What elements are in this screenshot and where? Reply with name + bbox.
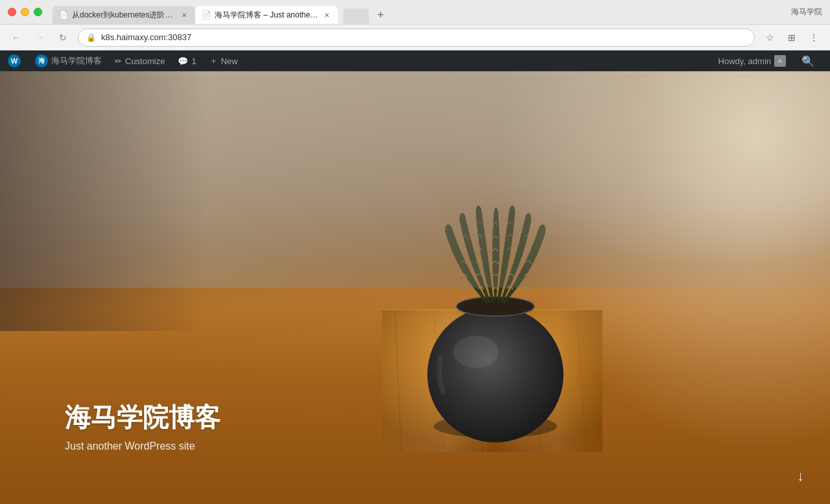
wp-site-icon: 海 [35,54,48,67]
minimize-button[interactable] [21,8,29,16]
wp-customize-label: Customize [125,56,165,66]
bookmark-button[interactable]: ☆ [761,29,778,46]
tab1-favicon: 📄 [59,10,68,19]
tab-placeholder [343,8,369,24]
wp-admin-bar-left: W 海 海马学院博客 ✏ Customize 💬 1 ＋ New [0,51,712,71]
title-bar: 📄 从docker到kubernetes进阶课... ✕ 📄 海马学院博客 – … [0,0,830,25]
browser-tab-2[interactable]: 📄 海马学院博客 – Just another W... ✕ [195,6,338,24]
plant-illustration [382,115,602,452]
svg-point-10 [453,336,499,368]
tab2-close-icon[interactable]: ✕ [322,10,331,19]
wp-user-menu-button[interactable]: Howdy, admin A [712,51,792,71]
wp-comments-button[interactable]: 💬 1 [171,51,202,71]
wp-logo-text: W [11,57,18,65]
hero-text-block: 海马学院博客 Just another WordPress site [65,400,220,452]
wp-site-name-button[interactable]: 海 海马学院博客 [29,51,108,71]
traffic-lights [8,8,42,16]
wp-admin-bar-right: Howdy, admin A 🔍 [712,51,830,71]
address-bar: ← → ↻ 🔒 k8s.haimaxy.com:30837 ☆ ⊞ ⋮ [0,25,830,51]
url-bar-right-icons: ☆ ⊞ ⋮ [761,29,822,46]
hero-section: 海马学院博客 Just another WordPress site ↓ [0,71,830,504]
scroll-arrow-icon: ↓ [797,468,804,484]
url-bar[interactable]: 🔒 k8s.haimaxy.com:30837 [78,29,755,47]
close-button[interactable] [8,8,16,16]
forward-button[interactable]: → [31,29,48,46]
wp-logo-icon: W [8,54,21,67]
scroll-down-arrow[interactable]: ↓ [797,468,804,485]
extensions-button[interactable]: ⊞ [783,29,800,46]
svg-point-9 [427,306,563,442]
tab2-title: 海马学院博客 – Just another W... [215,10,318,21]
reload-button[interactable]: ↻ [54,29,71,46]
menu-button[interactable]: ⋮ [805,29,822,46]
wp-site-name-label: 海马学院博客 [51,55,102,67]
new-tab-button[interactable]: + [372,6,390,24]
url-text: k8s.haimaxy.com:30837 [101,32,746,42]
admin-avatar: A [774,55,786,67]
tab1-close-icon[interactable]: ✕ [180,10,189,19]
back-button[interactable]: ← [8,29,25,46]
title-bar-right: 海马学院 [791,6,822,17]
tab2-favicon: 📄 [202,10,211,19]
customize-icon: ✏ [115,56,122,66]
corner-label: 海马学院 [791,6,822,17]
wp-logo-button[interactable]: W [0,51,29,71]
wp-comments-count: 1 [191,56,196,66]
browser-tab-1[interactable]: 📄 从docker到kubernetes进阶课... ✕ [53,6,195,24]
wp-new-button[interactable]: ＋ New [203,51,244,71]
lock-icon: 🔒 [86,33,96,42]
comments-icon: 💬 [178,56,188,66]
hero-title: 海马学院博客 [65,400,220,435]
wp-search-button[interactable]: 🔍 [794,55,822,67]
hero-subtitle: Just another WordPress site [65,441,220,452]
wp-admin-bar: W 海 海马学院博客 ✏ Customize 💬 1 ＋ New Howdy, … [0,51,830,71]
maximize-button[interactable] [34,8,42,16]
new-content-icon: ＋ [209,55,218,67]
wp-howdy-text: Howdy, admin [718,56,771,66]
tab1-title: 从docker到kubernetes进阶课... [72,10,176,21]
browser-tabs: 📄 从docker到kubernetes进阶课... ✕ 📄 海马学院博客 – … [53,0,786,24]
wp-customize-button[interactable]: ✏ Customize [108,51,171,71]
wp-new-label: New [221,56,238,66]
